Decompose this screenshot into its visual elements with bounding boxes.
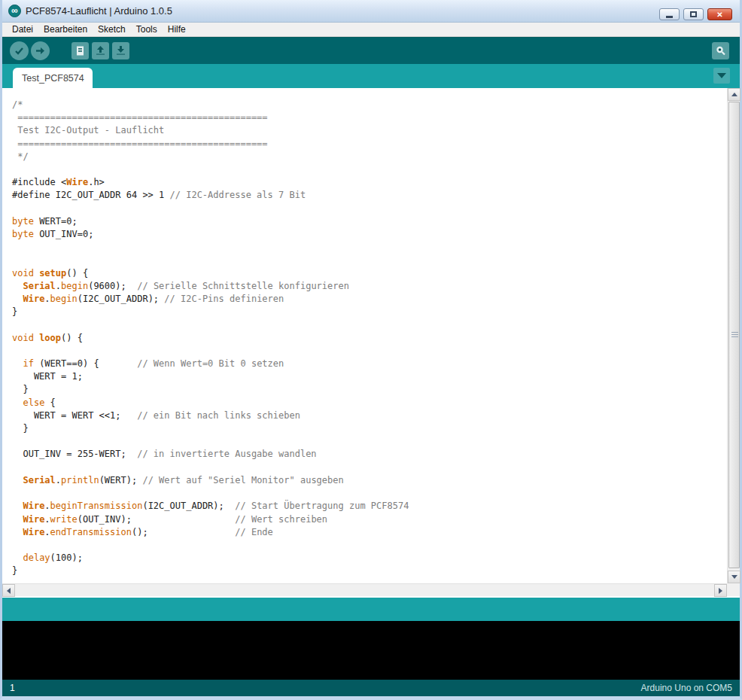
- scrollbar-corner: [727, 583, 740, 596]
- code-line: Wire.endTransmission(); // Ende: [12, 526, 727, 539]
- scroll-right-button[interactable]: [714, 584, 727, 597]
- code-line: WERT = WERT <<1; // ein Bit nach links s…: [12, 409, 727, 422]
- window-title: PCF8574-Lauflicht | Arduino 1.0.5: [26, 5, 172, 17]
- vertical-scrollbar[interactable]: [727, 88, 740, 583]
- tab-menu-button[interactable]: [713, 68, 730, 84]
- code-line: OUT_INV = 255-WERT; // in invertierte Au…: [12, 448, 727, 461]
- code-line: else {: [12, 397, 727, 409]
- scroll-up-button[interactable]: [728, 88, 740, 101]
- code-line: [12, 345, 727, 358]
- code-line: [12, 202, 727, 215]
- code-line: Wire.beginTransmission(I2C_OUT_ADDR); //…: [12, 500, 727, 513]
- arrow-down-icon: [115, 45, 126, 56]
- title-bar[interactable]: ∞ PCF8574-Lauflicht | Arduino 1.0.5 ✕: [2, 0, 740, 23]
- arduino-ide-window: ∞ PCF8574-Lauflicht | Arduino 1.0.5 ✕ Da…: [0, 0, 742, 700]
- arduino-app-icon: ∞: [8, 5, 21, 17]
- arrow-up-icon: [731, 93, 737, 96]
- code-line: ========================================…: [12, 111, 727, 124]
- menu-bar: DateiBearbeitenSketchToolsHilfe: [2, 23, 740, 37]
- code-line: ========================================…: [12, 138, 727, 151]
- open-sketch-button[interactable]: [92, 42, 109, 59]
- menu-bearbeiten[interactable]: Bearbeiten: [38, 23, 93, 36]
- toolbar: [2, 37, 740, 64]
- maximize-button[interactable]: [683, 8, 704, 20]
- code-line: #define I2C_OUT_ADDR 64 >> 1 // I2C-Addr…: [12, 189, 727, 202]
- new-sketch-button[interactable]: [71, 42, 89, 59]
- minimize-button[interactable]: [659, 8, 680, 20]
- code-line: byte OUT_INV=0;: [12, 228, 727, 241]
- vertical-scrollbar-thumb[interactable]: [728, 102, 740, 568]
- code-line: void setup() {: [12, 267, 727, 280]
- document-icon: [75, 45, 86, 56]
- code-line: }: [12, 565, 727, 577]
- tab-label: Test_PCF8574: [22, 73, 84, 84]
- check-icon: [14, 45, 25, 56]
- menu-tools[interactable]: Tools: [131, 23, 163, 36]
- code-line: }: [12, 383, 727, 396]
- horizontal-scrollbar[interactable]: [2, 583, 727, 596]
- code-line: byte WERT=0;: [12, 215, 727, 228]
- code-editor[interactable]: /* =====================================…: [2, 88, 727, 583]
- arrow-left-icon: [7, 588, 11, 594]
- code-line: Serial.println(WERT); // Wert auf "Serie…: [12, 474, 727, 487]
- minimize-icon: [666, 16, 673, 18]
- code-line: [12, 254, 727, 266]
- tab-strip: Test_PCF8574: [2, 64, 740, 88]
- code-line: WERT = 1;: [12, 370, 727, 383]
- code-line: */: [12, 151, 727, 163]
- code-line: void loop() {: [12, 332, 727, 345]
- window-controls: ✕: [659, 8, 732, 20]
- code-line: if (WERT==0) { // Wenn Wert=0 Bit 0 setz…: [12, 358, 727, 370]
- serial-monitor-button[interactable]: [712, 42, 729, 59]
- menu-datei[interactable]: Datei: [7, 23, 38, 36]
- code-line: [12, 487, 727, 500]
- arrow-down-icon: [731, 575, 737, 579]
- status-bar: 1 Arduino Uno on COM5: [2, 680, 740, 696]
- editor-zone: /* =====================================…: [2, 88, 740, 596]
- code-line: Wire.write(OUT_INV); // Wert schreiben: [12, 513, 727, 526]
- code-line: Serial.begin(9600); // Serielle Schnitts…: [12, 280, 727, 293]
- close-icon: ✕: [716, 11, 722, 19]
- code-line: [12, 539, 727, 552]
- code-line: [12, 461, 727, 474]
- upload-button[interactable]: [31, 41, 50, 60]
- code-line: [12, 241, 727, 254]
- tab-test-pcf8574[interactable]: Test_PCF8574: [13, 68, 93, 88]
- magnifier-icon: [714, 44, 727, 57]
- code-line: [12, 163, 727, 176]
- code-line: }: [12, 306, 727, 318]
- verify-button[interactable]: [10, 41, 29, 60]
- code-line: /*: [12, 99, 727, 111]
- maximize-icon: [690, 11, 697, 17]
- arrow-right-icon: [35, 45, 46, 56]
- code-line: delay(100);: [12, 552, 727, 565]
- code-line: }: [12, 422, 727, 435]
- code-line: #include <Wire.h>: [12, 176, 727, 189]
- arrow-up-icon: [95, 45, 106, 56]
- thumb-grip: [731, 332, 738, 339]
- chevron-down-icon: [717, 73, 726, 78]
- menu-sketch[interactable]: Sketch: [93, 23, 131, 36]
- board-port-info: Arduino Uno on COM5: [641, 683, 732, 693]
- message-strip: [2, 596, 740, 621]
- close-button[interactable]: ✕: [707, 8, 732, 20]
- console-output: [2, 621, 740, 680]
- save-sketch-button[interactable]: [112, 42, 129, 59]
- code-line: Test I2C-Output - Lauflicht: [12, 124, 727, 137]
- arrow-right-icon: [719, 588, 722, 594]
- menu-hilfe[interactable]: Hilfe: [163, 23, 191, 36]
- scroll-down-button[interactable]: [728, 571, 740, 583]
- code-line: Wire.begin(I2C_OUT_ADDR); // I2C-Pins de…: [12, 293, 727, 306]
- scroll-left-button[interactable]: [2, 584, 15, 597]
- code-line: [12, 318, 727, 331]
- code-line: [12, 435, 727, 448]
- line-number: 1: [10, 683, 15, 693]
